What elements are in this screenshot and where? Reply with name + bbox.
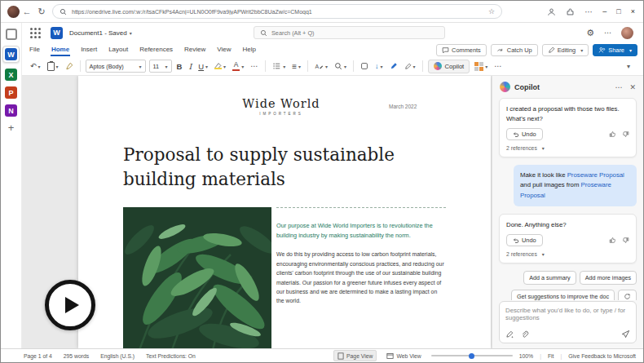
bold-button[interactable]: B — [175, 61, 184, 72]
page-count[interactable]: Page 1 of 4 — [24, 353, 52, 359]
paste-button[interactable]: ▾ — [46, 61, 60, 72]
pen-tools-button[interactable]: ▾ — [403, 62, 417, 71]
proseware-link[interactable]: Proseware Proposal — [567, 171, 624, 179]
font-name-select[interactable]: Aptos (Body)▾ — [86, 60, 146, 73]
highlight-button[interactable]: ▾ — [213, 62, 227, 71]
menu-view[interactable]: View — [216, 44, 232, 56]
language-indicator[interactable]: English (U.S.) — [100, 353, 135, 359]
references-toggle[interactable]: 2 references▾ — [506, 251, 629, 257]
onenote-app-icon[interactable]: N — [5, 104, 17, 117]
share-button[interactable]: Share▾ — [593, 44, 637, 56]
page-view-button[interactable]: Page View — [333, 350, 377, 361]
body-paragraph[interactable]: We do this by providing access to low ca… — [276, 250, 446, 305]
menu-help[interactable]: Help — [242, 44, 257, 56]
prompt-pen-icon[interactable] — [505, 330, 514, 339]
thumbs-down-icon[interactable] — [622, 131, 629, 138]
reload-icon[interactable]: ↻ — [34, 7, 49, 17]
dictate-button[interactable]: ↓▾ — [373, 61, 385, 71]
bullets-button[interactable]: ▾ — [271, 61, 287, 71]
bookmark-icon[interactable]: ☆ — [488, 7, 495, 15]
more-ribbon-commands-icon[interactable]: ⋯ — [492, 61, 504, 71]
word-count[interactable]: 295 words — [64, 353, 89, 359]
refresh-suggestions-button[interactable] — [618, 290, 637, 300]
undo-button[interactable]: Undo — [506, 128, 543, 140]
menu-file[interactable]: File — [29, 44, 41, 56]
designer-button[interactable]: ▾ — [473, 61, 489, 72]
web-view-button[interactable]: Web View — [383, 351, 424, 361]
powerpoint-app-icon[interactable]: P — [5, 86, 17, 99]
copilot-input-box[interactable] — [499, 301, 637, 343]
suggestion-improve-doc[interactable]: Get suggestions to improve the doc — [511, 290, 615, 300]
format-painter-button[interactable] — [64, 61, 75, 71]
feedback-link[interactable]: Give Feedback to Microsoft — [568, 353, 636, 359]
lead-paragraph[interactable]: Our purpose at Wide World Importers is t… — [276, 207, 446, 240]
thumbs-down-icon[interactable] — [622, 237, 629, 244]
references-toggle[interactable]: 2 references▾ — [506, 145, 629, 151]
attach-icon[interactable] — [521, 330, 529, 339]
suggestion-add-summary[interactable]: Add a summary — [523, 271, 576, 285]
chevron-down-icon[interactable]: ▾ — [130, 30, 132, 36]
thumbs-up-icon[interactable] — [609, 131, 616, 138]
underline-button[interactable]: U▾ — [196, 61, 210, 72]
sidebar-item-word[interactable]: W — [2, 46, 20, 63]
addins-button[interactable] — [359, 61, 370, 71]
document-date[interactable]: March 2022 — [389, 104, 417, 109]
word-logo-icon[interactable]: W — [51, 27, 63, 39]
editing-mode-button[interactable]: Editing▾ — [542, 44, 589, 56]
browser-extensions-icon[interactable] — [566, 7, 575, 16]
fit-button[interactable]: Fit — [548, 353, 554, 359]
back-icon[interactable]: ← — [20, 7, 34, 16]
address-bar[interactable]: https://onedrive.live.com/:w:/r/tsaCFkPs… — [52, 4, 502, 19]
excel-app-icon[interactable]: X — [5, 69, 17, 81]
copilot-close-icon[interactable]: ✕ — [629, 83, 636, 91]
copilot-button[interactable]: Copilot — [428, 60, 470, 73]
app-launcher-icon[interactable] — [30, 28, 41, 38]
styles-button[interactable]: A ▾ — [313, 61, 329, 71]
font-color-button[interactable]: A▾ — [231, 60, 245, 72]
copilot-input[interactable] — [505, 307, 630, 327]
menu-insert[interactable]: Insert — [80, 44, 98, 56]
send-icon[interactable] — [621, 330, 630, 339]
collapse-ribbon-icon[interactable]: ▾ — [624, 62, 632, 71]
zoom-slider-thumb[interactable] — [469, 353, 474, 359]
alignment-button[interactable]: ≡▾ — [290, 61, 302, 72]
browser-profile-avatar[interactable] — [7, 6, 20, 18]
menu-layout[interactable]: Layout — [108, 44, 129, 56]
font-size-select[interactable]: 11▾ — [149, 60, 172, 73]
menu-home[interactable]: Home — [51, 44, 70, 56]
browser-profile-icon[interactable] — [547, 7, 556, 16]
document-title[interactable]: Document1 - Saved — [69, 29, 127, 37]
document-page[interactable]: Wide World IMPORTERS March 2022 Proposal… — [78, 76, 491, 348]
user-avatar[interactable] — [621, 27, 633, 39]
brand-name[interactable]: Wide World — [227, 97, 335, 110]
editor-button[interactable] — [388, 61, 399, 71]
catch-up-button[interactable]: Catch Up — [491, 44, 538, 56]
brand-subtitle[interactable]: IMPORTERS — [227, 112, 335, 116]
thumbs-up-icon[interactable] — [609, 237, 616, 244]
suggestion-add-images[interactable]: Add more images — [580, 271, 637, 285]
maximize-icon[interactable]: □ — [616, 7, 620, 15]
find-button[interactable]: ▾ — [333, 61, 348, 71]
italic-button[interactable]: I — [187, 61, 193, 72]
search-box[interactable]: Search (Alt + Q) — [254, 26, 445, 39]
more-font-options-icon[interactable]: ⋯ — [249, 61, 260, 71]
document-heading[interactable]: Proposal to supply sustainable building … — [123, 143, 426, 192]
add-app-icon[interactable]: + — [8, 122, 15, 133]
play-button[interactable] — [45, 280, 95, 330]
header-more-icon[interactable]: ⋯ — [604, 29, 611, 37]
close-window-icon[interactable]: × — [631, 7, 635, 15]
undo-button[interactable]: Undo — [506, 234, 543, 246]
menu-review[interactable]: Review — [183, 44, 206, 56]
m365-app-icon[interactable] — [6, 29, 17, 40]
menu-references[interactable]: References — [139, 44, 174, 56]
browser-menu-icon[interactable]: ⋯ — [584, 7, 593, 16]
settings-gear-icon[interactable]: ⚙ — [586, 28, 594, 38]
text-predictions-toggle[interactable]: Text Predictions: On — [146, 353, 196, 359]
copilot-more-icon[interactable]: ⋯ — [615, 83, 622, 91]
minimize-icon[interactable]: – — [602, 7, 607, 15]
zoom-slider[interactable] — [431, 355, 513, 356]
comments-button[interactable]: Comments — [436, 44, 487, 56]
undo-button[interactable]: ↶▾ — [29, 61, 42, 71]
plant-image[interactable] — [123, 207, 271, 348]
zoom-level[interactable]: 100% — [519, 353, 533, 359]
